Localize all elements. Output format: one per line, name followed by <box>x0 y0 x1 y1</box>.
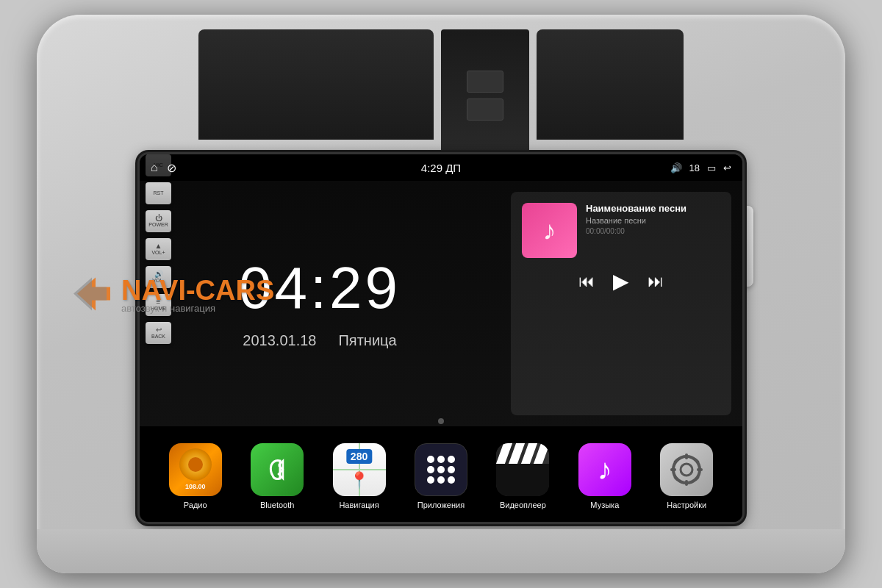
block-icon[interactable]: ⊘ <box>167 161 176 175</box>
app-radio[interactable]: 108.00 Радио <box>169 443 222 509</box>
home-icon[interactable]: ⌂ <box>151 161 158 174</box>
app-nav[interactable]: 280 📍 Навигация <box>333 443 386 509</box>
svg-marker-10 <box>77 278 110 311</box>
svg-point-1 <box>681 464 692 476</box>
clapper-bottom <box>496 464 549 496</box>
vol-down-button[interactable]: 🔊 VOL- <box>146 266 171 288</box>
home-button[interactable]: ≡ HOME <box>146 294 171 316</box>
music-album-art: ♪ <box>522 203 577 258</box>
top-left-panel <box>198 29 434 140</box>
music-icon: ♪ <box>578 443 631 496</box>
music-info: Наименование песни Название песни 00:00/… <box>586 203 720 235</box>
screen: ⌂ ⊘ 4:29 ДП 🔊 18 ▭ ↩ 04:29 2013.01.18 Пя… <box>140 154 742 522</box>
status-left: ⌂ ⊘ <box>151 161 176 175</box>
radio-inner <box>188 457 203 472</box>
apps-icon <box>415 443 467 496</box>
play-button[interactable]: ▶ <box>613 269 629 293</box>
prev-button[interactable]: ⏮ <box>578 272 595 291</box>
radio-circle <box>179 448 212 481</box>
app-video[interactable]: Видеоплеер <box>496 443 549 509</box>
speaker-icon: 🔊 <box>670 162 682 173</box>
app-bluetooth[interactable]: Bluetooth <box>251 443 304 509</box>
music-section: ♪ Наименование песни Название песни 00:0… <box>511 192 731 415</box>
main-content: 04:29 2013.01.18 Пятница ♪ Наименование … <box>140 181 742 426</box>
nav-label: Навигация <box>339 501 379 509</box>
clock-day: Пятница <box>338 332 396 349</box>
music-progress: 00:00/00:00 <box>586 227 720 235</box>
music-title: Наименование песни <box>586 203 720 214</box>
music-note-symbol: ♪ <box>598 453 612 486</box>
video-icon <box>496 443 549 496</box>
music-note-icon: ♪ <box>543 215 556 246</box>
home-indicator-dot <box>438 418 444 424</box>
top-center-vent <box>441 29 529 162</box>
clock-section: 04:29 2013.01.18 Пятница <box>140 181 500 426</box>
phone-svg <box>262 455 292 484</box>
svg-rect-3 <box>685 480 688 486</box>
svg-rect-4 <box>670 468 676 471</box>
top-vent-area <box>37 15 845 162</box>
settings-icon <box>660 443 713 496</box>
apps-grid <box>421 450 461 490</box>
music-artist: Название песни <box>586 216 720 225</box>
svg-marker-11 <box>74 278 107 311</box>
svg-rect-5 <box>697 468 703 471</box>
status-bar: ⌂ ⊘ 4:29 ДП 🔊 18 ▭ ↩ <box>140 154 742 181</box>
bottom-frame <box>37 529 845 573</box>
app-dock: 108.00 Радио Bluetooth <box>140 426 742 522</box>
apps-label: Приложения <box>417 501 465 509</box>
music-label: Музыка <box>590 501 619 509</box>
volume-level: 18 <box>689 162 700 173</box>
app-apps[interactable]: Приложения <box>415 443 467 509</box>
power-button[interactable]: ⏻ POWER <box>146 210 171 232</box>
app-settings[interactable]: Настройки <box>660 443 713 509</box>
music-controls: ⏮ ▶ ⏭ <box>578 269 664 293</box>
vent-slot-1 <box>467 71 503 93</box>
map-badge: 280 <box>346 449 372 464</box>
nav-icon: 280 📍 <box>333 443 386 496</box>
clock-time: 04:29 <box>239 259 401 318</box>
side-buttons-left: MIC RST ⏻ POWER ▲ VOL+ 🔊 VOL- ≡ HOME ↩ B… <box>146 154 171 344</box>
radio-freq: 108.00 <box>185 483 206 490</box>
svg-rect-2 <box>685 453 688 459</box>
bluetooth-icon <box>251 443 304 496</box>
map-pin-icon: 📍 <box>349 471 369 490</box>
next-button[interactable]: ⏭ <box>648 272 664 291</box>
vent-slot-2 <box>467 98 503 121</box>
music-layout: ♪ Наименование песни Название песни 00:0… <box>522 203 720 258</box>
clock-date: 2013.01.18 Пятница <box>243 332 396 349</box>
clock-date-value: 2013.01.18 <box>243 332 316 349</box>
battery-icon: ▭ <box>707 162 716 173</box>
settings-gear-svg <box>667 451 706 489</box>
back-icon[interactable]: ↩ <box>723 162 731 173</box>
radio-label: Радио <box>184 501 207 509</box>
status-right: 🔊 18 ▭ ↩ <box>670 162 731 173</box>
top-right-panel <box>537 29 684 140</box>
video-label: Видеоплеер <box>500 501 546 509</box>
car-frame: MIC RST ⏻ POWER ▲ VOL+ 🔊 VOL- ≡ HOME ↩ B… <box>37 15 845 573</box>
logo-arrow-icon <box>74 274 114 315</box>
clapper-top <box>496 443 549 464</box>
back-button[interactable]: ↩ BACK <box>146 322 171 344</box>
rst-button[interactable]: RST <box>146 182 171 204</box>
app-music[interactable]: ♪ Музыка <box>578 443 631 509</box>
radio-icon: 108.00 <box>169 443 222 496</box>
status-time: 4:29 ДП <box>421 162 461 174</box>
vol-up-button[interactable]: ▲ VOL+ <box>146 238 171 260</box>
bluetooth-label: Bluetooth <box>260 501 294 509</box>
settings-label: Настройки <box>667 501 706 509</box>
